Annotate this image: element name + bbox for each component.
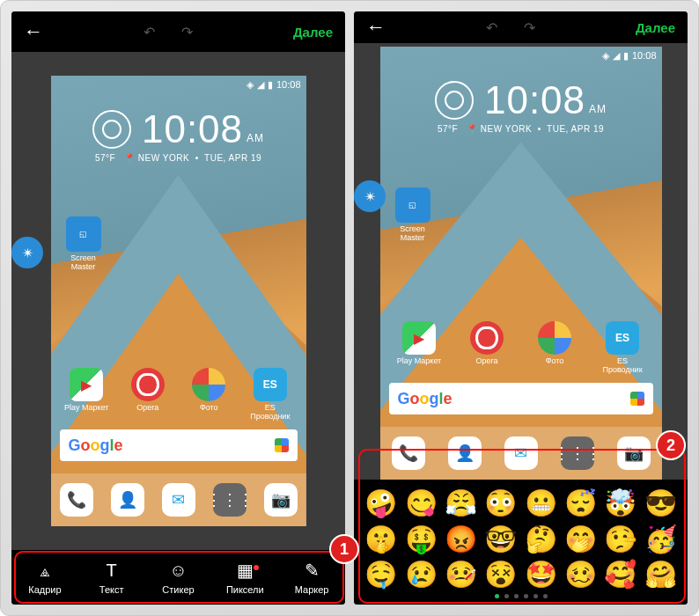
emoji-sticker[interactable]: 🤒 (443, 558, 479, 590)
app-es[interactable]: ES Проводник (245, 368, 296, 421)
crop-icon: ⟁ (11, 561, 78, 581)
dock-apps[interactable]: ⋮⋮⋮ (213, 483, 246, 517)
google-search-bar[interactable]: Google (389, 383, 653, 414)
capture-fab[interactable]: ✴ (11, 237, 43, 268)
dock-phone[interactable]: 📞 (392, 436, 425, 470)
app-row: Play Маркет Opera Фото ES Проводник (51, 368, 306, 421)
battery-icon: ▮ (268, 79, 273, 91)
emoji-sticker[interactable]: 😵 (482, 558, 519, 590)
battery-icon: ▮ (623, 50, 629, 62)
text-icon: T (78, 561, 145, 581)
emoji-sticker[interactable]: 🥴 (563, 558, 599, 590)
emoji-sticker[interactable]: 🤪 (363, 487, 399, 519)
dock-contacts[interactable]: 👤 (448, 436, 482, 470)
emoji-sticker[interactable]: 🤗 (643, 558, 679, 590)
pixels-icon: ▦ (211, 560, 278, 581)
app-es[interactable]: ES Проводник (597, 321, 648, 374)
dock-phone[interactable]: 📞 (60, 483, 93, 517)
emoji-grid: 🤪😋😤😳😬😴🤯😎🤫🤑😡🤓🤔🤭🤥🥳🤤😢🤒😵🤩🥴🥰🤗 (354, 480, 688, 592)
wifi-icon: ◈ (602, 50, 609, 62)
emoji-sticker[interactable]: 😳 (482, 487, 519, 519)
undo-button[interactable]: ↶ (486, 19, 497, 36)
emoji-sticker[interactable]: 🥳 (643, 523, 679, 555)
sticker-icon: ☺ (145, 561, 212, 581)
callout-1: 1 (329, 534, 359, 564)
google-search-bar[interactable]: Google (60, 429, 298, 461)
tool-sticker[interactable]: ☺Стикер (145, 561, 212, 595)
next-button[interactable]: Далее (636, 20, 675, 35)
dock-contacts[interactable]: 👤 (111, 483, 144, 517)
sun-icon (92, 110, 131, 149)
mic-icon[interactable] (275, 438, 289, 452)
marker-icon: ✎ (278, 560, 345, 581)
emoji-sticker[interactable]: 😋 (402, 487, 438, 519)
app-opera[interactable]: Opera (122, 368, 173, 421)
emoji-sticker[interactable]: 🤭 (563, 523, 599, 555)
dock-camera[interactable]: 📷 (617, 436, 651, 470)
screen-master-widget[interactable]: ◱Screen Master (391, 187, 435, 242)
weather-line: 57°F 📍 NEW YORK • TUE, APR 19 (51, 153, 306, 163)
status-bar: ◈ ◢ ▮ 10:08 (380, 47, 662, 64)
dock-apps[interactable]: ⋮⋮⋮ (561, 436, 594, 470)
tool-marker[interactable]: ✎Маркер (278, 560, 345, 595)
emoji-sticker[interactable]: 😡 (443, 523, 479, 555)
editor-topbar: ← ↶ ↷ Далее (354, 11, 688, 43)
app-play[interactable]: Play Маркет (61, 368, 112, 421)
screenshot-preview: ◈ ◢ ▮ 10:08 10:08AM 57°F 📍 NEW YORK • TU… (51, 76, 306, 526)
screen-master-widget[interactable]: ◱ Screen Master (62, 216, 106, 271)
app-play[interactable]: Play Маркет (394, 321, 445, 374)
emoji-sticker[interactable]: 😬 (523, 487, 559, 519)
status-bar: ◈ ◢ ▮ 10:08 (51, 76, 306, 93)
emoji-sticker[interactable]: 🤯 (602, 487, 638, 519)
dock: 📞 👤 ✉ ⋮⋮⋮ 📷 (51, 473, 306, 526)
emoji-sticker[interactable]: 🤫 (363, 523, 399, 555)
phone-pane-right: ← ↶ ↷ Далее ✴ ◈ ◢ ▮ 10:08 10:08AM (354, 11, 688, 605)
emoji-sticker[interactable]: 😤 (443, 487, 479, 519)
app-photo[interactable]: Фото (183, 368, 234, 421)
screenshot-preview: ◈ ◢ ▮ 10:08 10:08AM 57°F 📍 NEW YORK • TU… (380, 47, 662, 480)
undo-button[interactable]: ↶ (143, 24, 155, 40)
back-button[interactable]: ← (366, 16, 386, 39)
capture-fab[interactable]: ✴ (354, 180, 386, 212)
clock-widget: 10:08AM (51, 107, 306, 151)
emoji-sticker[interactable]: 🥰 (602, 558, 638, 590)
signal-icon: ◢ (257, 79, 264, 91)
edit-canvas: ✴ ◈ ◢ ▮ 10:08 10:08AM 57°F 📍 NEW YORK • … (354, 43, 688, 480)
tool-pixels[interactable]: ▦Пиксели (211, 560, 278, 595)
dock-messages[interactable]: ✉ (504, 436, 538, 470)
dock-camera[interactable]: 📷 (264, 483, 298, 517)
tool-crop[interactable]: ⟁Кадрир (11, 561, 78, 595)
phone-pane-left: ← ↶ ↷ Далее ✴ ◈ ◢ ▮ 10:08 (11, 11, 345, 605)
emoji-sticker[interactable]: 😎 (643, 487, 679, 519)
redo-button[interactable]: ↷ (524, 19, 535, 36)
emoji-sticker[interactable]: 🤩 (523, 558, 559, 590)
edit-toolbar: ⟁Кадрир TТекст ☺Стикер ▦Пиксели ✎Маркер (11, 550, 345, 605)
tool-text[interactable]: TТекст (78, 561, 145, 595)
emoji-sticker[interactable]: 🤑 (402, 523, 438, 555)
app-opera[interactable]: Opera (461, 321, 512, 374)
emoji-sticker[interactable]: 😴 (563, 487, 599, 519)
redo-button[interactable]: ↷ (181, 24, 193, 40)
signal-icon: ◢ (613, 50, 620, 62)
dock-messages[interactable]: ✉ (162, 483, 195, 517)
screen-master-icon: ◱ (66, 216, 101, 252)
back-button[interactable]: ← (24, 20, 43, 43)
status-time: 10:08 (276, 79, 301, 90)
wifi-icon: ◈ (246, 79, 254, 91)
google-logo: Google (69, 436, 123, 455)
emoji-panel: 🤪😋😤😳😬😴🤯😎🤫🤑😡🤓🤔🤭🤥🥳🤤😢🤒😵🤩🥴🥰🤗 (354, 480, 688, 605)
editor-topbar: ← ↶ ↷ Далее (11, 11, 345, 52)
emoji-sticker[interactable]: 😢 (402, 558, 438, 590)
app-photo[interactable]: Фото (529, 321, 580, 374)
emoji-sticker[interactable]: 🤓 (482, 523, 519, 555)
emoji-sticker[interactable]: 🤥 (602, 523, 638, 555)
edit-canvas: ✴ ◈ ◢ ▮ 10:08 10:08AM 57°F 📍 NEW YORK • … (11, 52, 345, 550)
callout-2: 2 (656, 430, 686, 460)
emoji-sticker[interactable]: 🤤 (363, 558, 399, 590)
next-button[interactable]: Далее (293, 25, 333, 40)
emoji-sticker[interactable]: 🤔 (523, 523, 559, 555)
status-time: 10:08 (632, 50, 657, 61)
emoji-pager[interactable] (354, 592, 688, 605)
